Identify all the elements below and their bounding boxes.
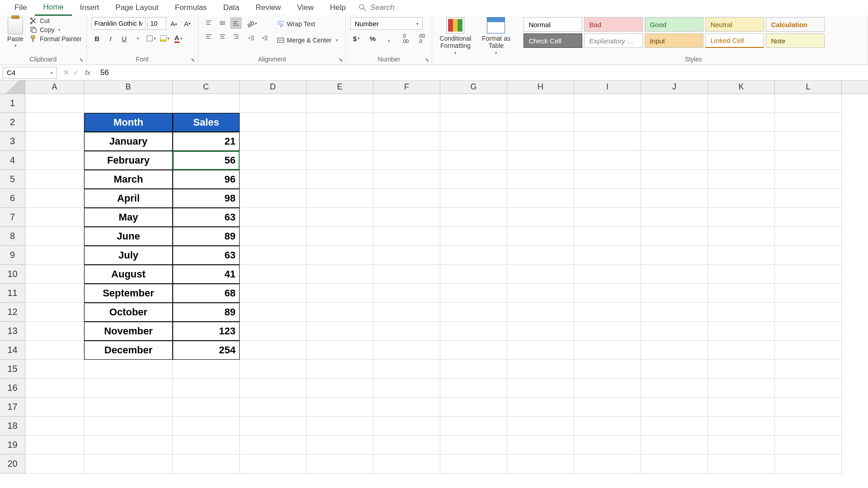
cell-G12[interactable] bbox=[440, 303, 507, 322]
font-name-select[interactable] bbox=[91, 17, 146, 30]
cell-E20[interactable] bbox=[307, 455, 373, 474]
cell-C16[interactable] bbox=[173, 379, 240, 398]
cell-K17[interactable] bbox=[708, 398, 775, 417]
number-format-select[interactable]: Number ▾ bbox=[350, 17, 423, 30]
tab-view[interactable]: View bbox=[289, 0, 322, 15]
cell-E3[interactable] bbox=[307, 132, 373, 151]
cell-K1[interactable] bbox=[708, 94, 775, 113]
cell-K3[interactable] bbox=[708, 132, 775, 151]
row-header-8[interactable]: 8 bbox=[0, 227, 25, 246]
cell-L10[interactable] bbox=[775, 265, 842, 284]
cell-D11[interactable] bbox=[240, 284, 307, 303]
col-header-J[interactable]: J bbox=[641, 80, 708, 94]
increase-decimal-button[interactable]: .0.00 bbox=[399, 33, 411, 44]
col-header-C[interactable]: C bbox=[173, 80, 240, 94]
cell-I16[interactable] bbox=[574, 379, 641, 398]
font-color-button[interactable]: A bbox=[173, 33, 184, 44]
cell-F14[interactable] bbox=[373, 341, 440, 360]
font-size-select[interactable] bbox=[147, 17, 166, 30]
cell-A6[interactable] bbox=[25, 189, 84, 208]
cell-G4[interactable] bbox=[440, 151, 507, 170]
cell-G20[interactable] bbox=[440, 455, 507, 474]
cell-H6[interactable] bbox=[507, 189, 574, 208]
cell-I12[interactable] bbox=[574, 303, 641, 322]
cell-J6[interactable] bbox=[641, 189, 708, 208]
cell-J7[interactable] bbox=[641, 208, 708, 227]
cell-D18[interactable] bbox=[240, 417, 307, 436]
cell-L20[interactable] bbox=[775, 455, 842, 474]
cell-G2[interactable] bbox=[440, 113, 507, 132]
row-header-1[interactable]: 1 bbox=[0, 94, 25, 113]
cell-E6[interactable] bbox=[307, 189, 373, 208]
col-header-D[interactable]: D bbox=[240, 80, 307, 94]
cell-B7[interactable]: May bbox=[84, 208, 173, 227]
row-header-18[interactable]: 18 bbox=[0, 417, 25, 436]
cell-K14[interactable] bbox=[708, 341, 775, 360]
cell-G9[interactable] bbox=[440, 246, 507, 265]
cell-H20[interactable] bbox=[507, 455, 574, 474]
cell-J2[interactable] bbox=[641, 113, 708, 132]
style-bad[interactable]: Bad bbox=[584, 17, 643, 32]
cell-F4[interactable] bbox=[373, 151, 440, 170]
cell-G6[interactable] bbox=[440, 189, 507, 208]
cell-C12[interactable]: 89 bbox=[173, 303, 240, 322]
cell-E7[interactable] bbox=[307, 208, 373, 227]
dialog-launcher-icon[interactable]: ⬊ bbox=[190, 56, 196, 63]
cell-K4[interactable] bbox=[708, 151, 775, 170]
orientation-button[interactable]: ab bbox=[245, 17, 259, 30]
cell-K2[interactable] bbox=[708, 113, 775, 132]
formula-input[interactable] bbox=[96, 68, 868, 77]
underline-dropdown[interactable] bbox=[132, 33, 144, 44]
cell-J13[interactable] bbox=[641, 322, 708, 341]
cell-I13[interactable] bbox=[574, 322, 641, 341]
cell-J8[interactable] bbox=[641, 227, 708, 246]
underline-button[interactable]: U bbox=[118, 33, 130, 44]
cell-D17[interactable] bbox=[240, 398, 307, 417]
cell-B10[interactable]: August bbox=[84, 265, 173, 284]
cell-L12[interactable] bbox=[775, 303, 842, 322]
cell-J10[interactable] bbox=[641, 265, 708, 284]
conditional-formatting-button[interactable]: Conditional Formatting ▾ bbox=[437, 17, 474, 55]
cell-H17[interactable] bbox=[507, 398, 574, 417]
cell-L19[interactable] bbox=[775, 436, 842, 455]
cell-A18[interactable] bbox=[25, 417, 84, 436]
cell-C1[interactable] bbox=[173, 94, 240, 113]
row-header-14[interactable]: 14 bbox=[0, 341, 25, 360]
select-all-corner[interactable] bbox=[0, 80, 25, 94]
cell-E5[interactable] bbox=[307, 170, 373, 189]
cell-I5[interactable] bbox=[574, 170, 641, 189]
cell-J17[interactable] bbox=[641, 398, 708, 417]
row-header-6[interactable]: 6 bbox=[0, 189, 25, 208]
cell-G14[interactable] bbox=[440, 341, 507, 360]
cell-I6[interactable] bbox=[574, 189, 641, 208]
merge-center-button[interactable]: Merge & Center bbox=[274, 33, 341, 47]
cell-E18[interactable] bbox=[307, 417, 373, 436]
cell-L1[interactable] bbox=[775, 94, 842, 113]
tab-file[interactable]: File bbox=[6, 0, 35, 15]
cell-B13[interactable]: November bbox=[84, 322, 173, 341]
row-header-10[interactable]: 10 bbox=[0, 265, 25, 284]
cell-G19[interactable] bbox=[440, 436, 507, 455]
cell-H8[interactable] bbox=[507, 227, 574, 246]
decrease-decimal-button[interactable]: .00.0 bbox=[415, 33, 427, 44]
cell-I20[interactable] bbox=[574, 455, 641, 474]
cell-H4[interactable] bbox=[507, 151, 574, 170]
cell-D8[interactable] bbox=[240, 227, 307, 246]
cell-A17[interactable] bbox=[25, 398, 84, 417]
cell-K9[interactable] bbox=[708, 246, 775, 265]
cell-E16[interactable] bbox=[307, 379, 373, 398]
row-header-15[interactable]: 15 bbox=[0, 360, 25, 379]
cell-A1[interactable] bbox=[25, 94, 84, 113]
cell-B12[interactable]: October bbox=[84, 303, 173, 322]
cell-C10[interactable]: 41 bbox=[173, 265, 240, 284]
cell-H1[interactable] bbox=[507, 94, 574, 113]
cell-F5[interactable] bbox=[373, 170, 440, 189]
cell-C4[interactable]: 56 bbox=[173, 151, 240, 170]
cell-D2[interactable] bbox=[240, 113, 307, 132]
row-header-7[interactable]: 7 bbox=[0, 208, 25, 227]
cell-D3[interactable] bbox=[240, 132, 307, 151]
cell-K10[interactable] bbox=[708, 265, 775, 284]
cell-F1[interactable] bbox=[373, 94, 440, 113]
cell-L4[interactable] bbox=[775, 151, 842, 170]
cell-A13[interactable] bbox=[25, 322, 84, 341]
